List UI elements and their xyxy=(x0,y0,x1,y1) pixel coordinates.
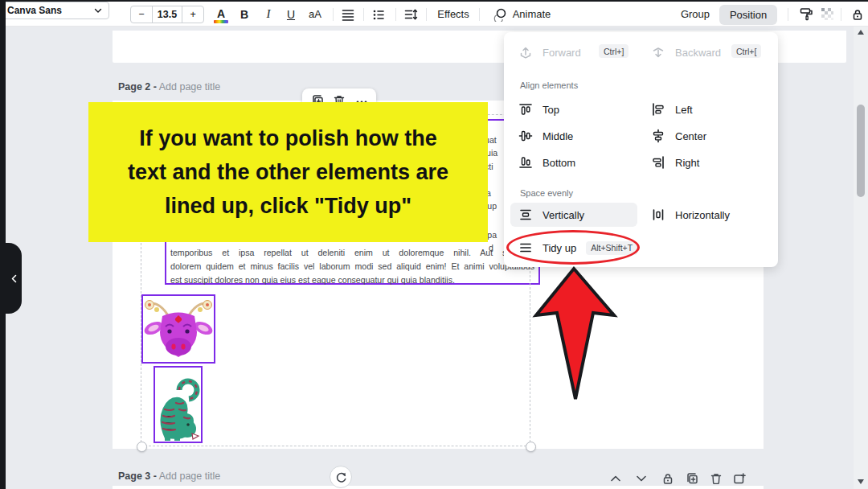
red-highlight-circle xyxy=(506,230,640,265)
editor-toolbar: Canva Sans − 13.5 + A B I U aA xyxy=(0,0,868,27)
line-spacing-icon xyxy=(403,7,418,22)
delete-page-icon[interactable] xyxy=(709,471,723,486)
text-color-letter: A xyxy=(217,8,225,19)
menu-item-label: Backward xyxy=(675,47,721,59)
ox-illustration xyxy=(143,296,214,362)
forward-shortcut: Ctrl+] xyxy=(599,44,628,58)
scrollbar-thumb[interactable] xyxy=(857,105,865,197)
lock-button[interactable] xyxy=(847,2,868,27)
page-3-top xyxy=(113,486,764,489)
callout-line: text and the other elements are xyxy=(128,156,448,188)
font-size-decrease-button[interactable]: − xyxy=(131,6,152,23)
menu-item-align-middle[interactable]: Middle xyxy=(518,126,573,146)
animate-label: Animate xyxy=(513,8,551,20)
menu-item-align-bottom[interactable]: Bottom xyxy=(518,153,575,172)
effects-button[interactable]: Effects xyxy=(434,2,473,27)
copy-style-button[interactable] xyxy=(796,2,817,27)
align-right-icon xyxy=(651,155,665,170)
page-2-number: Page 2 - xyxy=(118,81,157,92)
underline-button[interactable]: U xyxy=(281,2,301,27)
menu-item-label: Left xyxy=(675,104,693,116)
rainbow-color-bar xyxy=(214,20,228,23)
menu-item-backward[interactable]: Backward xyxy=(651,43,721,62)
backward-shortcut: Ctrl+[ xyxy=(731,44,761,58)
menu-item-align-top[interactable]: Top xyxy=(518,100,559,119)
chevron-down-icon xyxy=(94,8,102,14)
add-page-icon[interactable] xyxy=(732,471,747,486)
animate-button[interactable]: Animate xyxy=(485,2,558,27)
rotate-page-button[interactable] xyxy=(330,466,352,488)
group-button[interactable]: Group xyxy=(678,2,713,27)
scroll-down-arrow[interactable] xyxy=(858,479,864,484)
toolbar-divider xyxy=(426,8,427,21)
menu-item-align-center[interactable]: Center xyxy=(651,126,706,146)
backward-icon xyxy=(651,45,665,60)
lock-icon xyxy=(850,7,865,22)
text-case-button[interactable]: aA xyxy=(304,2,326,27)
justify-icon xyxy=(341,7,355,22)
page-3-title[interactable]: Add page title xyxy=(159,471,220,482)
menu-item-align-right[interactable]: Right xyxy=(651,153,699,172)
selection-handle[interactable] xyxy=(137,442,147,452)
align-elements-header: Align elements xyxy=(520,80,578,90)
menu-item-label: Middle xyxy=(542,130,573,142)
scrollbar-track xyxy=(854,27,868,489)
menu-item-vertically[interactable]: Vertically xyxy=(518,205,584,224)
align-bottom-icon xyxy=(518,155,533,170)
menu-item-label: Top xyxy=(542,104,559,116)
align-middle-icon xyxy=(518,129,533,143)
font-size-stepper: − 13.5 + xyxy=(130,6,204,23)
menu-item-label: Center xyxy=(675,130,706,142)
tiger-illustration xyxy=(155,368,201,442)
toolbar-divider xyxy=(363,8,364,21)
list-button[interactable] xyxy=(368,2,389,27)
rotate-icon xyxy=(335,471,347,483)
font-size-increase-button[interactable]: + xyxy=(182,6,203,23)
bold-button[interactable]: B xyxy=(235,2,254,27)
align-center-icon xyxy=(651,129,665,143)
callout-line: lined up, click "Tidy up" xyxy=(165,190,411,222)
page-2-label: Page 2 - Add page title xyxy=(118,81,220,92)
menu-item-label: Horizontally xyxy=(675,209,730,221)
forward-icon xyxy=(518,45,533,60)
ox-image[interactable] xyxy=(141,294,215,364)
font-family-value: Canva Sans xyxy=(7,5,62,16)
menu-item-horizontally[interactable]: Horizontally xyxy=(651,205,730,224)
animate-icon xyxy=(493,7,507,22)
menu-item-label: Bottom xyxy=(542,157,575,169)
tutorial-callout: If you want to polish how the text and t… xyxy=(88,102,488,242)
tiger-image[interactable] xyxy=(154,366,203,443)
lock-page-icon[interactable] xyxy=(661,471,675,486)
italic-button[interactable]: I xyxy=(259,2,278,27)
canva-editor: Page 2 - Add page title Page 3 - Add pag… xyxy=(0,0,868,489)
scroll-up-arrow[interactable] xyxy=(858,30,864,35)
move-page-down-icon[interactable] xyxy=(634,471,649,486)
page-3-label: Page 3 - Add page title xyxy=(118,471,220,482)
text-color-button[interactable]: A xyxy=(211,2,231,27)
menu-item-forward[interactable]: Forward xyxy=(518,43,581,62)
toolbar-divider xyxy=(333,8,334,21)
font-size-input[interactable]: 13.5 xyxy=(152,6,182,23)
position-button[interactable]: Position xyxy=(719,5,777,25)
page-3-number: Page 3 - xyxy=(118,471,157,482)
text-align-button[interactable] xyxy=(338,2,358,27)
sidebar-expand-tab[interactable] xyxy=(0,243,22,314)
spacing-button[interactable] xyxy=(400,2,421,27)
page-2-title[interactable]: Add page title xyxy=(159,81,220,92)
align-left-icon xyxy=(651,102,665,117)
toolbar-divider xyxy=(788,8,788,21)
font-family-select[interactable]: Canva Sans xyxy=(0,2,109,19)
move-page-up-icon[interactable] xyxy=(608,471,623,486)
menu-item-label: Forward xyxy=(542,47,581,59)
toolbar-divider xyxy=(395,8,396,21)
transparency-button[interactable] xyxy=(817,2,837,27)
callout-line: If you want to polish how the xyxy=(139,122,436,154)
selection-handle[interactable] xyxy=(526,442,536,452)
space-vertically-icon xyxy=(518,208,533,222)
menu-item-align-left[interactable]: Left xyxy=(651,100,693,119)
menu-item-label: Vertically xyxy=(542,209,584,221)
paint-roller-icon xyxy=(799,6,814,22)
duplicate-page-icon[interactable] xyxy=(685,471,699,486)
transparency-checkerboard-icon xyxy=(820,6,835,22)
align-top-icon xyxy=(518,102,533,117)
